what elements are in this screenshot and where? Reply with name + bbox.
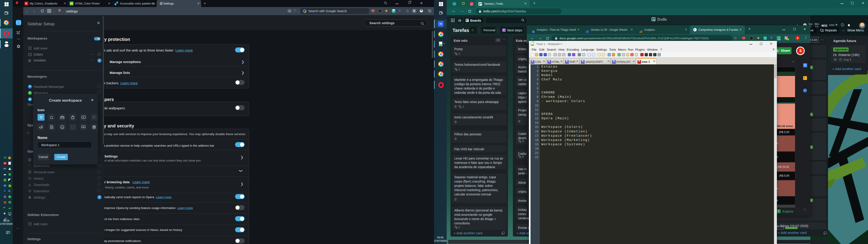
svg-text:›: ›	[533, 31, 533, 33]
